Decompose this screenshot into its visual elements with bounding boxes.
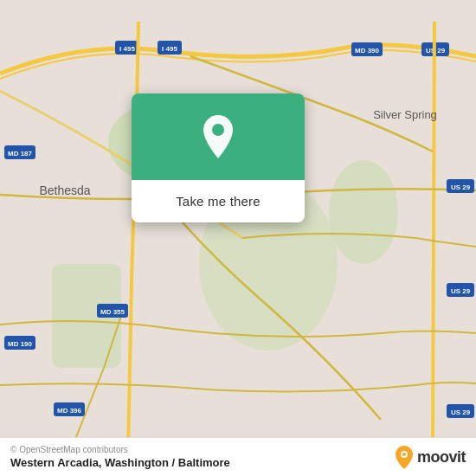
svg-text:US 29: US 29 bbox=[451, 183, 471, 191]
svg-point-29 bbox=[212, 124, 224, 136]
popup-button-section: Take me there bbox=[132, 180, 305, 222]
svg-text:I 495: I 495 bbox=[162, 45, 177, 53]
svg-text:MD 190: MD 190 bbox=[8, 340, 33, 348]
map-svg: I 495 I 495 US 29 MD 390 MD 187 bbox=[0, 0, 476, 476]
svg-text:MD 390: MD 390 bbox=[355, 47, 380, 55]
location-name: Western Arcadia, Washington / Baltimore bbox=[10, 456, 230, 469]
take-me-there-button[interactable]: Take me there bbox=[169, 190, 267, 212]
moovit-pin-icon bbox=[395, 445, 414, 469]
map-container: I 495 I 495 US 29 MD 390 MD 187 bbox=[0, 0, 476, 476]
moovit-brand-text: moovit bbox=[417, 448, 466, 466]
svg-point-3 bbox=[329, 160, 398, 264]
svg-text:Silver Spring: Silver Spring bbox=[373, 108, 437, 121]
svg-text:MD 355: MD 355 bbox=[100, 308, 125, 316]
svg-text:Bethesda: Bethesda bbox=[39, 183, 90, 197]
moovit-logo: moovit bbox=[395, 445, 466, 469]
popup-map-section bbox=[132, 93, 305, 180]
copyright-text: © OpenStreetMap contributors bbox=[10, 445, 230, 454]
bottom-bar: © OpenStreetMap contributors Western Arc… bbox=[0, 437, 476, 476]
svg-text:US 29: US 29 bbox=[451, 287, 471, 295]
svg-point-31 bbox=[402, 453, 406, 456]
svg-text:US 29: US 29 bbox=[451, 408, 471, 416]
svg-text:MD 396: MD 396 bbox=[57, 407, 82, 415]
location-pin-icon bbox=[199, 113, 237, 160]
svg-text:I 495: I 495 bbox=[119, 45, 135, 53]
bottom-left: © OpenStreetMap contributors Western Arc… bbox=[10, 445, 230, 469]
svg-text:MD 187: MD 187 bbox=[8, 150, 33, 158]
popup-card: Take me there bbox=[132, 93, 305, 222]
